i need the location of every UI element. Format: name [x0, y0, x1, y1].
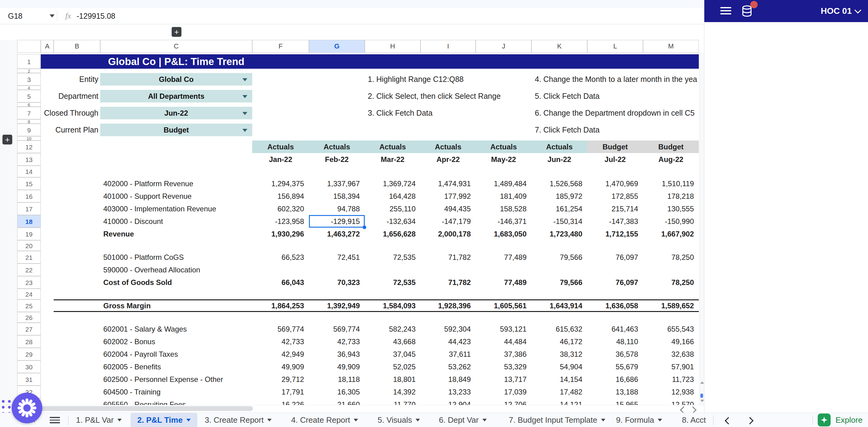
cell-value[interactable]: 13,188: [587, 386, 638, 398]
scroll-down-icon[interactable]: [700, 400, 704, 402]
row-group-expand-button[interactable]: +: [2, 135, 12, 144]
cell-value[interactable]: 1,584,093: [365, 300, 415, 312]
tab-menu-icon[interactable]: [483, 419, 487, 422]
column-header-G[interactable]: G: [309, 40, 365, 53]
cell-value[interactable]: 71,782: [421, 251, 471, 263]
cell-value[interactable]: 13,717: [476, 373, 527, 386]
cell-value[interactable]: 13,233: [421, 386, 471, 398]
cell-value[interactable]: 49,909: [309, 361, 360, 373]
cell-value[interactable]: 1,712,155: [587, 228, 638, 240]
row-header-6[interactable]: 6: [17, 103, 41, 107]
cell-value[interactable]: 42,733: [309, 335, 360, 348]
month-header-cell[interactable]: Feb-22: [309, 153, 365, 166]
menu-icon[interactable]: [720, 7, 731, 15]
column-header-L[interactable]: L: [587, 40, 643, 53]
scroll-up-icon[interactable]: [700, 381, 704, 384]
row-header-27[interactable]: 27: [17, 323, 41, 335]
month-header-cell[interactable]: Jan-22: [252, 153, 309, 166]
cell-value[interactable]: 130,555: [643, 202, 694, 215]
cell-value[interactable]: 12,706: [476, 398, 527, 405]
row-header-2[interactable]: 2: [17, 69, 41, 73]
explore-button[interactable]: Explore: [818, 414, 863, 426]
cell-value[interactable]: -123,958: [252, 215, 304, 228]
cell-value[interactable]: 178,218: [643, 190, 694, 202]
cell-value[interactable]: 1,470,969: [587, 177, 638, 190]
cell-value[interactable]: 1,589,652: [643, 300, 694, 312]
row-header-13[interactable]: 13: [17, 153, 41, 166]
row-header-8[interactable]: 8: [17, 119, 41, 124]
cell-value[interactable]: 593,121: [476, 323, 527, 335]
cell-value[interactable]: 48,110: [587, 335, 638, 348]
month-header-cell[interactable]: Jul-22: [587, 153, 643, 166]
column-header-A[interactable]: A: [41, 40, 54, 53]
previous-sheets-icon[interactable]: [724, 417, 732, 424]
scenario-header-cell[interactable]: Actuals: [365, 141, 421, 153]
cell-value[interactable]: 38,312: [531, 348, 582, 361]
column-header-F[interactable]: F: [252, 40, 309, 53]
row-header-29[interactable]: 29: [17, 348, 41, 361]
row-header-12[interactable]: 12: [17, 141, 41, 153]
row-header-10[interactable]: 10: [17, 136, 41, 141]
cell-value[interactable]: 1,723,480: [531, 228, 582, 240]
row-header-15[interactable]: 15: [17, 177, 41, 190]
cell-value[interactable]: -129,915: [309, 215, 360, 228]
month-header-cell[interactable]: Jun-22: [531, 153, 587, 166]
scenario-header-cell[interactable]: Actuals: [531, 141, 587, 153]
cell-value[interactable]: 1,489,484: [476, 177, 527, 190]
all-sheets-menu-icon[interactable]: [50, 417, 60, 424]
row-header-14[interactable]: 14: [17, 166, 41, 177]
cell-value[interactable]: 158,394: [309, 190, 360, 202]
cell-value[interactable]: 11,723: [643, 373, 694, 386]
cell-value[interactable]: 215,714: [587, 202, 638, 215]
sheet-tab[interactable]: 4. Create Report: [291, 413, 358, 427]
month-header-cell[interactable]: Aug-22: [643, 153, 699, 166]
tab-menu-icon[interactable]: [415, 419, 420, 422]
cell-value[interactable]: 44,423: [421, 335, 471, 348]
scenario-header-cell[interactable]: Actuals: [476, 141, 531, 153]
cell-value[interactable]: 164,428: [365, 190, 415, 202]
cell-value[interactable]: 1,463,272: [309, 228, 360, 240]
column-header-K[interactable]: K: [531, 40, 587, 53]
sheet-tab[interactable]: 8. Acct: [682, 413, 706, 427]
horizontal-scrollbar-thumb[interactable]: [41, 406, 253, 411]
cell-value[interactable]: 1,337,967: [309, 177, 360, 190]
vertical-scrollbar-thumb[interactable]: [700, 394, 703, 398]
row-header-19[interactable]: 19: [17, 228, 41, 240]
cell-value[interactable]: 18,849: [421, 373, 471, 386]
control-dropdown[interactable]: All Departments: [100, 90, 252, 103]
control-dropdown[interactable]: Jun-22: [100, 107, 252, 119]
cell-value[interactable]: 2,000,178: [421, 228, 471, 240]
cell-value[interactable]: 12,938: [643, 386, 694, 398]
cell-value[interactable]: 1,864,253: [252, 300, 304, 312]
sheet-tab[interactable]: 7. Budget Input Template: [509, 413, 605, 427]
cell-value[interactable]: 53,329: [476, 361, 527, 373]
row-header-31[interactable]: 31: [17, 373, 41, 386]
row-header-16[interactable]: 16: [17, 190, 41, 202]
cell-value[interactable]: 161,254: [531, 202, 582, 215]
cell-value[interactable]: 76,097: [587, 251, 638, 263]
cell-value[interactable]: 42,733: [252, 335, 304, 348]
row-header-24[interactable]: 24: [17, 289, 41, 300]
cell-value[interactable]: 79,566: [531, 251, 582, 263]
cell-value[interactable]: 602,320: [252, 202, 304, 215]
cell-value[interactable]: 49,166: [643, 335, 694, 348]
cell-value[interactable]: 1,474,931: [421, 177, 471, 190]
cell-value[interactable]: 1,392,949: [309, 300, 360, 312]
sheet-tab[interactable]: 9. Formula: [616, 413, 662, 427]
scenario-header-cell[interactable]: Actuals: [309, 141, 365, 153]
dropdown-triangle-icon[interactable]: [242, 95, 247, 98]
column-header-I[interactable]: I: [421, 40, 476, 53]
row-header-20[interactable]: 20: [17, 240, 41, 251]
month-header-cell[interactable]: May-22: [476, 153, 531, 166]
cell-value[interactable]: 1,683,050: [476, 228, 527, 240]
cell-value[interactable]: 79,566: [531, 276, 582, 289]
cell-value[interactable]: 12,570: [643, 398, 694, 405]
column-group-expand-button[interactable]: +: [172, 27, 181, 37]
dropdown-triangle-icon[interactable]: [242, 78, 247, 81]
cell-value[interactable]: 16,686: [587, 373, 638, 386]
cell-value[interactable]: 44,484: [476, 335, 527, 348]
row-header-18[interactable]: 18: [17, 215, 41, 228]
cell-value[interactable]: 94,788: [309, 202, 360, 215]
cell-value[interactable]: 12,904: [421, 398, 471, 405]
month-header-cell[interactable]: Mar-22: [365, 153, 421, 166]
